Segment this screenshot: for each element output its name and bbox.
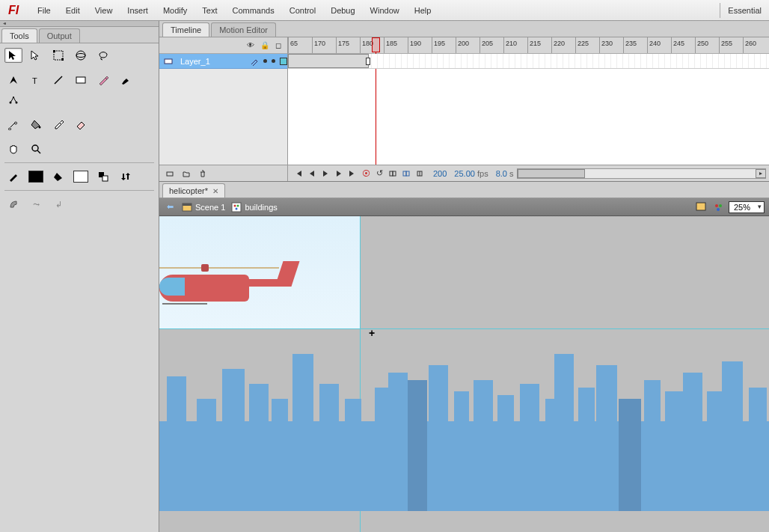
- buildings-art: [159, 317, 769, 511]
- delete-layer-button[interactable]: [197, 168, 209, 179]
- goto-first-frame-button[interactable]: [292, 168, 304, 179]
- stage[interactable]: +: [159, 216, 769, 532]
- menu-view[interactable]: View: [88, 3, 120, 18]
- step-forward-button[interactable]: [333, 168, 345, 179]
- fill-color-swatch[interactable]: [72, 169, 90, 184]
- new-folder-button[interactable]: [180, 168, 192, 179]
- scene-crumb[interactable]: Scene 1: [182, 202, 225, 213]
- svg-rect-7: [76, 77, 85, 83]
- svg-point-10: [39, 126, 41, 129]
- menu-help[interactable]: Help: [407, 3, 439, 18]
- menu-window[interactable]: Window: [363, 3, 407, 18]
- document-tabs: helicopter* ✕: [159, 182, 769, 198]
- elapsed-readout: 8.0: [496, 169, 507, 178]
- eraser-tool[interactable]: [72, 117, 90, 132]
- symbol-crumb[interactable]: buildings: [231, 202, 277, 213]
- edit-symbol-icon[interactable]: [712, 201, 724, 213]
- swap-colors-button[interactable]: [117, 169, 135, 184]
- onion-skin-outlines-button[interactable]: [400, 168, 412, 179]
- loop-button[interactable]: ↺: [373, 168, 385, 179]
- svg-rect-2: [61, 58, 64, 61]
- bone-tool[interactable]: [4, 117, 22, 132]
- scrollbar-thumb[interactable]: [518, 169, 585, 178]
- svg-rect-20: [406, 171, 409, 176]
- close-icon[interactable]: ✕: [212, 187, 218, 195]
- step-back-button[interactable]: [306, 168, 318, 179]
- text-tool[interactable]: T: [27, 73, 45, 88]
- line-tool[interactable]: [49, 73, 67, 88]
- timeline-scrollbar[interactable]: ◂ ▸: [517, 168, 767, 179]
- timeline-ruler[interactable]: 6517017518018519019520020521021522022523…: [288, 37, 769, 54]
- workspace-chooser[interactable]: Essential: [720, 3, 769, 18]
- visibility-icon[interactable]: 👁: [247, 41, 254, 49]
- selection-tool[interactable]: [4, 48, 22, 63]
- goto-last-frame-button[interactable]: [346, 168, 358, 179]
- brush-tool[interactable]: [117, 73, 135, 88]
- pen-tool[interactable]: [4, 73, 22, 88]
- lasso-tool[interactable]: [94, 48, 112, 63]
- layer-lock-dot[interactable]: [272, 59, 275, 63]
- outline-icon[interactable]: ◻: [275, 41, 281, 49]
- frame-span: [288, 54, 369, 68]
- stroke-color-swatch[interactable]: [27, 169, 45, 184]
- deco-tool[interactable]: [4, 92, 22, 107]
- svg-point-26: [234, 204, 236, 207]
- scene-label: Scene 1: [195, 203, 225, 212]
- tab-motion-editor[interactable]: Motion Editor: [211, 22, 276, 37]
- lock-icon[interactable]: 🔒: [260, 41, 269, 49]
- symbol-icon: [231, 202, 242, 213]
- document-tab[interactable]: helicopter* ✕: [162, 183, 225, 198]
- paint-bucket-tool[interactable]: [27, 117, 45, 132]
- subselection-tool[interactable]: [27, 48, 45, 63]
- hand-tool[interactable]: [4, 141, 22, 156]
- svg-point-11: [32, 145, 38, 151]
- svg-text:T: T: [32, 76, 37, 85]
- tab-tools[interactable]: Tools: [1, 28, 37, 43]
- pencil-tool[interactable]: [94, 73, 112, 88]
- layer-row[interactable]: Layer_1: [159, 54, 287, 69]
- svg-rect-14: [102, 176, 108, 181]
- frame-track[interactable]: [288, 54, 769, 69]
- menu-modify[interactable]: Modify: [156, 3, 194, 18]
- zoom-select[interactable]: 25%: [729, 201, 765, 213]
- rectangle-tool[interactable]: [72, 73, 90, 88]
- eyedropper-tool[interactable]: [49, 117, 67, 132]
- layer-outline-swatch[interactable]: [280, 58, 287, 65]
- menu-text[interactable]: Text: [194, 3, 224, 18]
- svg-rect-19: [403, 171, 406, 176]
- straighten-option[interactable]: ↲: [49, 197, 67, 212]
- back-button[interactable]: ⬅: [164, 202, 176, 213]
- 3d-rotation-tool[interactable]: [72, 48, 90, 63]
- timeline-footer: ⦿ ↺ 200 25.00 fps 8.0 s ◂ ▸: [159, 165, 769, 181]
- menu-debug[interactable]: Debug: [323, 3, 362, 18]
- play-button[interactable]: [319, 168, 331, 179]
- edit-multiple-frames-button[interactable]: [414, 168, 426, 179]
- panel-collapse-handle[interactable]: [0, 21, 159, 27]
- edit-scene-icon[interactable]: [696, 201, 708, 213]
- svg-line-12: [37, 150, 40, 153]
- black-and-white-button[interactable]: [94, 169, 112, 184]
- layer-visibility-dot[interactable]: [263, 59, 267, 63]
- smooth-option[interactable]: ⤳: [27, 197, 45, 212]
- menu-commands[interactable]: Commands: [224, 3, 281, 18]
- frames-area[interactable]: 6517017518018519019520020521021522022523…: [288, 37, 769, 165]
- onion-skin-button[interactable]: [387, 168, 399, 179]
- svg-rect-24: [183, 204, 192, 206]
- tab-output[interactable]: Output: [39, 28, 80, 43]
- new-layer-button[interactable]: [164, 168, 176, 179]
- tab-timeline[interactable]: Timeline: [162, 22, 209, 37]
- free-transform-tool[interactable]: [49, 48, 67, 63]
- menu-control[interactable]: Control: [282, 3, 323, 18]
- zoom-tool[interactable]: [27, 141, 45, 156]
- menu-file[interactable]: File: [30, 3, 58, 18]
- snap-to-objects-toggle[interactable]: [4, 197, 22, 212]
- center-frame-button[interactable]: ⦿: [360, 168, 372, 179]
- svg-point-31: [719, 204, 722, 207]
- menu-edit[interactable]: Edit: [58, 3, 88, 18]
- scene-icon: [182, 202, 192, 213]
- svg-rect-18: [393, 171, 396, 176]
- menu-insert[interactable]: Insert: [120, 3, 156, 18]
- scrollbar-right-arrow[interactable]: ▸: [756, 169, 766, 178]
- menubar: Fl File Edit View Insert Modify Text Com…: [0, 0, 769, 21]
- svg-point-27: [237, 204, 239, 207]
